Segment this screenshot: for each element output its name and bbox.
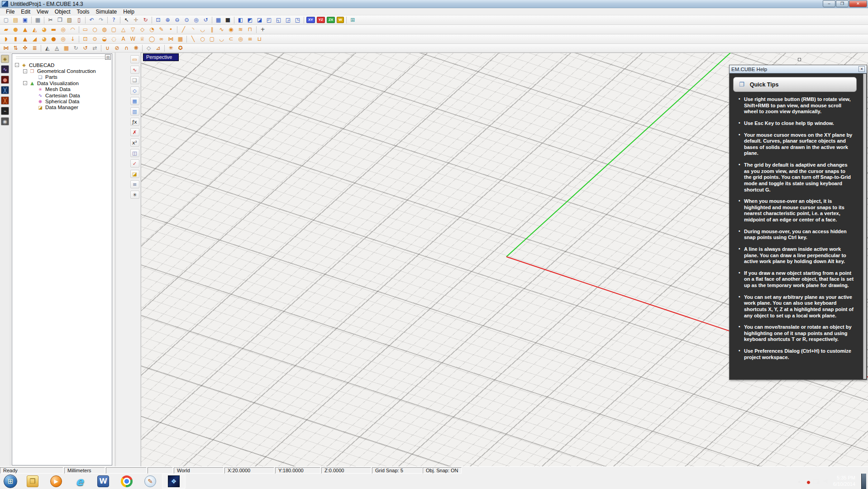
- action-center-flag-icon[interactable]: ⚑: [804, 478, 809, 484]
- tree-item-parts[interactable]: ❏ Parts: [12, 74, 112, 80]
- surface-circle-button[interactable]: ◌: [109, 35, 119, 43]
- workplane-3d-button[interactable]: ◇: [130, 86, 139, 95]
- align-button[interactable]: ≣: [30, 44, 39, 52]
- module-gold-cubecad[interactable]: ◈: [1, 55, 9, 63]
- translate-button[interactable]: ✜: [20, 44, 30, 52]
- union-button[interactable]: ∪: [103, 44, 112, 52]
- taskbar-chrome-icon[interactable]: [115, 474, 138, 489]
- draw-helix-button[interactable]: ≋: [236, 25, 245, 34]
- function-fx-button[interactable]: ƒx: [130, 118, 139, 126]
- paste-button[interactable]: ▧: [65, 16, 74, 24]
- open-file-button[interactable]: ▤: [11, 16, 20, 24]
- solid-frustum-button[interactable]: ◢: [30, 35, 39, 43]
- outline-u-button[interactable]: ◡: [217, 35, 226, 43]
- draw-parallel-lines-button[interactable]: ∥: [207, 25, 217, 34]
- menu-item[interactable]: Simulate: [93, 9, 120, 15]
- pin-button[interactable]: ✪: [176, 44, 185, 52]
- zoom-out-button[interactable]: ⊖: [172, 16, 182, 24]
- surface-dome-button[interactable]: ◒: [100, 35, 109, 43]
- solid-sphere-button[interactable]: ◕: [39, 35, 49, 43]
- menu-item[interactable]: File: [3, 9, 18, 15]
- taskbar-paint-icon[interactable]: ✎: [138, 474, 162, 489]
- outline-rounded-button[interactable]: ▢: [207, 35, 217, 43]
- zoom-selected-button[interactable]: ⊙: [182, 16, 191, 24]
- module-orange-cross[interactable]: ╳: [1, 96, 9, 105]
- draw-ellipsoid-button[interactable]: ◕: [39, 25, 49, 34]
- mirror-horizontal-button[interactable]: ⋈: [1, 44, 11, 52]
- draw-curve-button[interactable]: ∿: [217, 25, 226, 34]
- taskbar-media-player-icon[interactable]: ▶: [44, 474, 68, 489]
- star-button[interactable]: ✳: [166, 44, 176, 52]
- measure-button[interactable]: ⊿: [153, 44, 163, 52]
- show-desktop-button[interactable]: [861, 474, 866, 489]
- tree-expander-icon[interactable]: -: [15, 63, 19, 67]
- rotate-object-button[interactable]: ↻: [71, 44, 81, 52]
- chain-button[interactable]: ⋈: [166, 35, 176, 43]
- menu-item[interactable]: View: [33, 9, 52, 15]
- intersect-button[interactable]: ∩: [122, 44, 131, 52]
- view-right-button[interactable]: ◳: [293, 16, 302, 24]
- menu-item[interactable]: Edit: [18, 9, 33, 15]
- help-close-button[interactable]: ✕: [858, 66, 865, 72]
- orbit-object-button[interactable]: ↺: [81, 44, 90, 52]
- draw-box-button[interactable]: ▰: [1, 25, 11, 34]
- draw-torus-button[interactable]: ◎: [58, 25, 68, 34]
- surface-rect-button[interactable]: ⊡: [81, 35, 90, 43]
- zx-plane-button[interactable]: ZX: [327, 17, 335, 23]
- tree-expander-icon[interactable]: -: [23, 69, 27, 73]
- taskbar-internet-explorer-icon[interactable]: e: [68, 474, 91, 489]
- undo-button[interactable]: ↶: [87, 16, 96, 24]
- solid-torus-button[interactable]: ◎: [58, 35, 68, 43]
- draw-ellipse-button[interactable]: ◍: [100, 25, 109, 34]
- outline-circle-button[interactable]: ○: [198, 35, 207, 43]
- outline-c-button[interactable]: ⊂: [226, 35, 236, 43]
- select-pointer-button[interactable]: ↖: [122, 16, 131, 24]
- tree-item-geometrical-construction[interactable]: - ❒ Geometrical Construction: [12, 68, 112, 74]
- project-tree-button[interactable]: ⊞: [348, 16, 358, 24]
- solid-ball-button[interactable]: ●: [49, 35, 58, 43]
- mirror-vertical-button[interactable]: ⇅: [11, 44, 20, 52]
- subtract-button[interactable]: ⊘: [112, 44, 122, 52]
- import-solid-button[interactable]: ↓: [68, 35, 77, 43]
- draw-arc-button[interactable]: ◝: [188, 25, 198, 34]
- panel-grip[interactable]: [16, 57, 107, 58]
- module-purple-waves[interactable]: ∿: [1, 65, 9, 73]
- view-front-button[interactable]: ◰: [264, 16, 274, 24]
- rotate-view-button[interactable]: ↻: [141, 16, 150, 24]
- new-file-button[interactable]: ▢: [1, 16, 11, 24]
- cut-button[interactable]: ✂: [46, 16, 55, 24]
- move-object-button[interactable]: ⇄: [90, 44, 100, 52]
- tree-item-mesh-data[interactable]: ✳ Mesh Data: [12, 86, 112, 92]
- module-camera[interactable]: ◉: [1, 117, 9, 125]
- tree-item-spherical-data[interactable]: ❋ Spherical Data: [12, 98, 112, 104]
- menu-item[interactable]: Help: [120, 9, 138, 15]
- render-settings-button[interactable]: ✳: [130, 191, 139, 199]
- view-left-button[interactable]: ◲: [283, 16, 293, 24]
- draw-circle-button[interactable]: ○: [90, 25, 100, 34]
- full-screen-button[interactable]: ■: [223, 16, 233, 24]
- copy-button[interactable]: ❐: [55, 16, 65, 24]
- draw-bezier-button[interactable]: ✎: [157, 25, 166, 34]
- panel-dock-button[interactable]: ⊡: [105, 54, 111, 60]
- draw-pie-button[interactable]: ◔: [147, 25, 157, 34]
- viewport-3d[interactable]: Perspective EM.CUBE Help ✕ ❐ Quick Tips: [141, 53, 868, 466]
- draw-disk-button[interactable]: ▬: [49, 25, 58, 34]
- panel-grip[interactable]: [16, 58, 107, 59]
- tree-expander-icon[interactable]: -: [23, 81, 27, 85]
- taskbar-word-icon[interactable]: W: [91, 474, 115, 489]
- delete-button[interactable]: ▯: [74, 16, 84, 24]
- view-bottom-button[interactable]: ◪: [255, 16, 264, 24]
- cage-button[interactable]: ▦: [176, 35, 185, 43]
- knot-button[interactable]: ∞: [157, 35, 166, 43]
- validate-button[interactable]: ✓: [130, 159, 139, 168]
- module-blue-cross[interactable]: ╳: [1, 86, 9, 94]
- yz-plane-button[interactable]: YZ: [317, 17, 325, 23]
- crown-surface-button[interactable]: ♕: [138, 35, 147, 43]
- grid-edit-button[interactable]: ▥: [130, 107, 139, 115]
- module-dark-plug[interactable]: ⌁: [1, 107, 9, 115]
- workplane-button[interactable]: W: [337, 17, 344, 23]
- poly-surface-button[interactable]: W: [128, 35, 138, 43]
- tile-windows-button[interactable]: ▦: [214, 16, 223, 24]
- tray-clock[interactable]: 5:35 PM 6/10/2014: [833, 475, 857, 488]
- restore-button[interactable]: ❐: [836, 0, 849, 7]
